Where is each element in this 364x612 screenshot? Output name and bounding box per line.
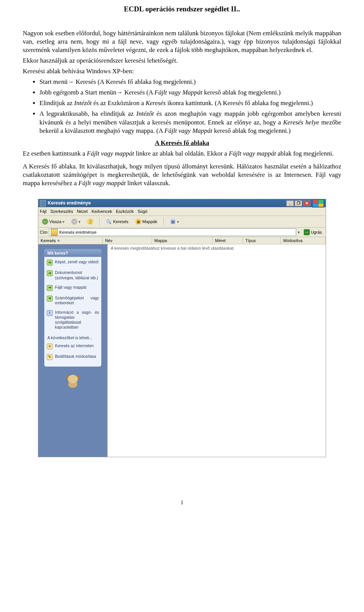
results-hint: A keresés megindításához kövesse a bal o… xyxy=(111,246,235,250)
menu-bar: Fájl Szerkesztés Nézet Kedvencek Eszközö… xyxy=(38,207,326,216)
also-can-title: A következőket is teheti... xyxy=(44,333,101,341)
back-arrow-icon: ← xyxy=(42,219,48,225)
info-icon: i xyxy=(47,310,53,316)
search-internet[interactable]: ✦Keresés az interneten xyxy=(47,342,99,351)
forward-button[interactable]: → xyxy=(69,218,83,225)
go-arrow-icon: → xyxy=(304,229,310,235)
bullet-list: Start menü→ Keresés (A Keresés fő ablaka… xyxy=(23,78,341,135)
menu-help[interactable]: Súgó xyxy=(138,209,147,214)
views-button[interactable]: ▦ xyxy=(168,218,181,225)
col-type[interactable]: Típus xyxy=(243,237,281,244)
paragraph: Ekkor használjuk az operációsrendszer ke… xyxy=(23,57,341,65)
back-button[interactable]: ←Vissza xyxy=(40,218,67,225)
col-modified[interactable]: Módosítva xyxy=(281,237,326,244)
search-companion-pane: Mit keres? ➔Képet, zenét vagy videót ➔Do… xyxy=(38,244,107,457)
column-headers: Keresés× Név Mappa Méret Típus Módosítva xyxy=(38,237,326,244)
paragraph: Keresési ablak behívása Windows XP-ben: xyxy=(23,67,341,76)
menu-edit[interactable]: Szerkesztés xyxy=(50,209,73,214)
page-number: 1 xyxy=(23,499,341,507)
address-bar: Cím Keresés eredménye ▾ →Ugrás xyxy=(38,228,326,237)
work-area: Mit keres? ➔Képet, zenét vagy videót ➔Do… xyxy=(38,244,326,457)
forward-arrow-icon: → xyxy=(71,219,77,225)
search-option-help[interactable]: iInformáció a súgó- és támogatási szolgá… xyxy=(47,309,99,331)
search-button[interactable]: 🔍Keresés xyxy=(104,218,130,225)
paragraph: Nagyon sok esetben előfordul, hogy hátté… xyxy=(23,29,341,54)
window-icon xyxy=(40,200,46,206)
gear-icon: ✎ xyxy=(47,354,53,360)
close-panel-icon[interactable]: × xyxy=(57,238,60,243)
document-title: ECDL operációs rendszer segédlet II.. xyxy=(23,5,341,14)
col-folder[interactable]: Mappa xyxy=(152,237,213,244)
xp-search-window: Keresés eredménye _ ❐ ✕ Fájl Szerkesztés… xyxy=(38,199,326,457)
arrow-icon: ➔ xyxy=(47,260,53,266)
address-value: Keresés eredménye xyxy=(59,230,96,235)
arrow-icon: ➔ xyxy=(47,270,53,276)
search-option-documents[interactable]: ➔Dokumentumot (szöveges, táblázat stb.) xyxy=(47,269,99,281)
col-size[interactable]: Méret xyxy=(213,237,243,244)
list-item: A legpraktikusabb, ha elindítjuk az Inté… xyxy=(39,110,341,135)
address-folder-icon xyxy=(51,229,58,236)
maximize-button[interactable]: ❐ xyxy=(295,200,302,206)
address-label: Cím xyxy=(40,230,47,235)
paragraph: A Keresés fő ablaka. Itt kiválaszthatjuk… xyxy=(23,162,341,187)
menu-favorites[interactable]: Kedvencek xyxy=(91,209,112,214)
address-input[interactable]: Keresés eredménye xyxy=(49,228,296,236)
window-titlebar[interactable]: Keresés eredménye _ ❐ ✕ xyxy=(38,199,326,207)
search-icon: 🔍 xyxy=(106,219,112,225)
menu-file[interactable]: Fájl xyxy=(40,209,47,214)
search-box-title: Mit keres? xyxy=(44,249,101,257)
go-button[interactable]: →Ugrás xyxy=(301,229,324,235)
window-title: Keresés eredménye xyxy=(48,200,91,206)
col-name[interactable]: Név xyxy=(103,237,152,244)
arrow-icon: ➔ xyxy=(47,285,53,291)
search-option-files[interactable]: ➔Fájlt vagy mappát xyxy=(47,284,99,292)
folder-up-icon: ⮥ xyxy=(87,219,93,225)
arrow-icon: ➔ xyxy=(47,296,53,302)
menu-tools[interactable]: Eszközök xyxy=(116,209,134,214)
search-option-media[interactable]: ➔Képet, zenét vagy videót xyxy=(47,258,99,267)
search-dog-icon xyxy=(60,371,86,393)
paragraph: Ez esetben kattintsunk a Fájlt vagy mapp… xyxy=(23,149,341,158)
list-item: Start menü→ Keresés (A Keresés fő ablaka… xyxy=(39,78,341,86)
folders-button[interactable]: ▣Mappák xyxy=(133,218,160,225)
results-area: A keresés megindításához kövesse a bal o… xyxy=(107,244,326,457)
minimize-button[interactable]: _ xyxy=(286,200,294,206)
up-button[interactable]: ⮥ xyxy=(85,218,96,225)
toolbar: ←Vissza → ⮥ 🔍Keresés ▣Mappák ▦ xyxy=(38,216,326,228)
search-option-computers[interactable]: ➔Számítógépeket vagy embereket xyxy=(47,294,99,307)
search-box-main: Mit keres? ➔Képet, zenét vagy videót ➔Do… xyxy=(44,249,102,367)
list-item: Elindítjuk az Intézőt és az Eszköztáron … xyxy=(39,99,341,107)
search-panel-header: Keresés× xyxy=(38,237,103,244)
globe-icon: ✦ xyxy=(47,343,53,349)
menu-view[interactable]: Nézet xyxy=(77,209,88,214)
views-icon: ▦ xyxy=(170,219,176,225)
close-button[interactable]: ✕ xyxy=(303,200,311,206)
windows-logo-icon xyxy=(312,199,324,208)
folders-icon: ▣ xyxy=(135,219,141,225)
section-heading: A Keresés fő ablaka xyxy=(23,139,341,147)
list-item: Jobb egérgomb a Start menün→ Keresés (A … xyxy=(39,88,341,97)
search-settings[interactable]: ✎Beállítások módosítása xyxy=(47,353,99,361)
document-page: ECDL operációs rendszer segédlet II.. Na… xyxy=(0,0,364,522)
